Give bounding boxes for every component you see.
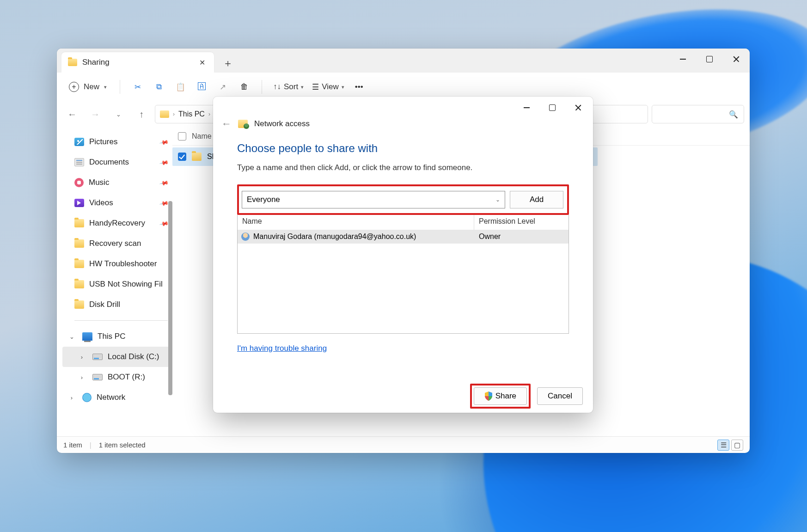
maximize-button[interactable] — [696, 49, 723, 70]
chevron-right-icon: › — [173, 111, 175, 117]
folder-icon — [74, 280, 84, 288]
new-button[interactable]: + New ▾ — [64, 78, 111, 96]
table-row[interactable]: Manuviraj Godara (manugodara94@yahoo.co.… — [238, 230, 569, 244]
rename-button[interactable]: 🄰 — [192, 78, 211, 96]
dialog-footer: Share Cancel — [213, 379, 593, 413]
column-permission-header[interactable]: Permission Level — [474, 215, 569, 230]
sidebar-item-videos[interactable]: Videos 📌 — [62, 193, 172, 213]
column-name-header[interactable]: Name — [238, 215, 474, 230]
pin-icon: 📌 — [159, 157, 169, 167]
close-window-button[interactable] — [723, 49, 750, 70]
trouble-sharing-link[interactable]: I'm having trouble sharing — [237, 344, 569, 353]
add-button[interactable]: Add — [510, 191, 563, 208]
select-all-checkbox[interactable] — [178, 132, 186, 141]
sort-icon: ↑↓ — [273, 82, 281, 92]
folder-icon — [74, 260, 84, 268]
column-name[interactable]: Name — [192, 132, 212, 141]
chevron-down-icon: ⌄ — [495, 196, 500, 203]
minimize-button[interactable] — [669, 49, 696, 70]
cut-button[interactable]: ✂ — [128, 78, 147, 96]
drive-icon — [92, 374, 103, 380]
dialog-nav: ← Network access — [213, 116, 593, 132]
dialog-close-button[interactable] — [565, 98, 591, 117]
tab-sharing[interactable]: Sharing ✕ — [61, 52, 214, 73]
folder-icon — [192, 153, 202, 161]
dialog-titlebar — [213, 97, 593, 119]
uac-shield-icon — [484, 391, 493, 401]
tab-title: Sharing — [82, 58, 192, 67]
breadcrumb-this-pc[interactable]: This PC — [178, 110, 205, 118]
up-button[interactable]: ↑ — [132, 104, 151, 124]
delete-button[interactable]: 🗑 — [235, 78, 253, 96]
dialog-minimize-button[interactable] — [514, 98, 539, 117]
chevron-right-icon[interactable]: › — [76, 354, 87, 361]
details-view-button[interactable]: ☰ — [717, 440, 729, 451]
pin-icon: 📌 — [159, 177, 169, 187]
folder-icon — [74, 219, 84, 227]
sidebar-item-boot-r[interactable]: › BOOT (R:) — [62, 367, 172, 387]
network-access-dialog: ← Network access Choose people to share … — [213, 97, 593, 413]
recent-button[interactable]: ⌄ — [109, 104, 128, 124]
folder-icon — [68, 59, 77, 66]
videos-icon — [74, 199, 84, 207]
chevron-down-icon: ▾ — [301, 84, 304, 90]
share-button[interactable]: ↗ — [214, 78, 232, 96]
status-item-count: 1 item — [63, 441, 82, 449]
dialog-subtitle: Type a name and then click Add, or click… — [237, 163, 569, 172]
back-icon[interactable]: ← — [221, 118, 232, 130]
sidebar-item-local-disk-c[interactable]: › Local Disk (C:) — [62, 347, 172, 367]
add-person-row: Everyone ⌄ Add — [237, 184, 569, 215]
pin-icon: 📌 — [159, 198, 169, 208]
dialog-maximize-button[interactable] — [539, 98, 565, 117]
new-tab-button[interactable]: ＋ — [219, 54, 237, 73]
view-icon: ☰ — [312, 82, 319, 92]
thumbnails-view-button[interactable]: ▢ — [731, 440, 743, 451]
paste-button[interactable]: 📋 — [171, 78, 190, 96]
search-input[interactable]: 🔍 — [652, 105, 744, 123]
dialog-title: Network access — [254, 119, 310, 128]
pc-icon — [82, 332, 92, 341]
chevron-right-icon[interactable]: › — [66, 394, 77, 401]
view-button[interactable]: ☰ View ▾ — [309, 78, 347, 96]
share-button[interactable]: Share — [474, 387, 527, 405]
sidebar-item-disk-drill[interactable]: Disk Drill — [62, 294, 172, 315]
user-icon — [241, 232, 250, 241]
status-selection: 1 item selected — [99, 441, 146, 449]
sidebar-item-music[interactable]: Music 📌 — [62, 172, 172, 193]
folder-icon — [74, 239, 84, 248]
sidebar-item-pictures[interactable]: Pictures 📌 — [62, 132, 172, 152]
network-icon — [82, 393, 92, 402]
sidebar-item-hw-troubleshooter[interactable]: HW Troubleshooter — [62, 254, 172, 274]
back-button[interactable]: ← — [62, 104, 82, 124]
sidebar-item-this-pc[interactable]: ⌄ This PC — [62, 326, 172, 347]
drive-icon — [92, 354, 103, 360]
pictures-icon — [74, 138, 84, 146]
sidebar-scrollbar[interactable] — [168, 201, 172, 395]
more-button[interactable]: ••• — [350, 78, 368, 96]
pin-icon: 📌 — [159, 137, 169, 147]
sidebar-item-handyrecovery[interactable]: HandyRecovery 📌 — [62, 213, 172, 233]
status-bar: 1 item | 1 item selected ☰ ▢ — [57, 436, 750, 453]
permissions-table: Name Permission Level Manuviraj Godara (… — [237, 215, 569, 334]
chevron-down-icon: ▾ — [104, 84, 107, 90]
people-combobox[interactable]: Everyone ⌄ — [242, 191, 505, 208]
chevron-right-icon: › — [208, 111, 210, 117]
copy-button[interactable]: ⧉ — [150, 78, 168, 96]
close-tab-icon[interactable]: ✕ — [197, 56, 208, 69]
sidebar: Pictures 📌 Documents 📌 Music 📌 Videos 📌 — [57, 127, 172, 436]
share-folder-icon — [238, 120, 248, 128]
chevron-right-icon[interactable]: › — [76, 374, 87, 381]
sidebar-item-documents[interactable]: Documents 📌 — [62, 152, 172, 172]
sort-button[interactable]: ↑↓ Sort ▾ — [270, 78, 306, 96]
sidebar-item-recovery-scan[interactable]: Recovery scan — [62, 233, 172, 254]
pin-icon: 📌 — [159, 218, 169, 228]
sidebar-item-network[interactable]: › Network — [62, 387, 172, 408]
cancel-button[interactable]: Cancel — [537, 387, 583, 405]
chevron-down-icon[interactable]: ⌄ — [66, 333, 77, 340]
documents-icon — [74, 158, 84, 166]
item-checkbox[interactable] — [178, 153, 186, 161]
sidebar-item-usb-not-showing[interactable]: USB Not Showing Fil — [62, 274, 172, 294]
chevron-down-icon: ▾ — [342, 84, 344, 90]
forward-button[interactable]: → — [86, 104, 105, 124]
folder-icon — [160, 110, 169, 118]
